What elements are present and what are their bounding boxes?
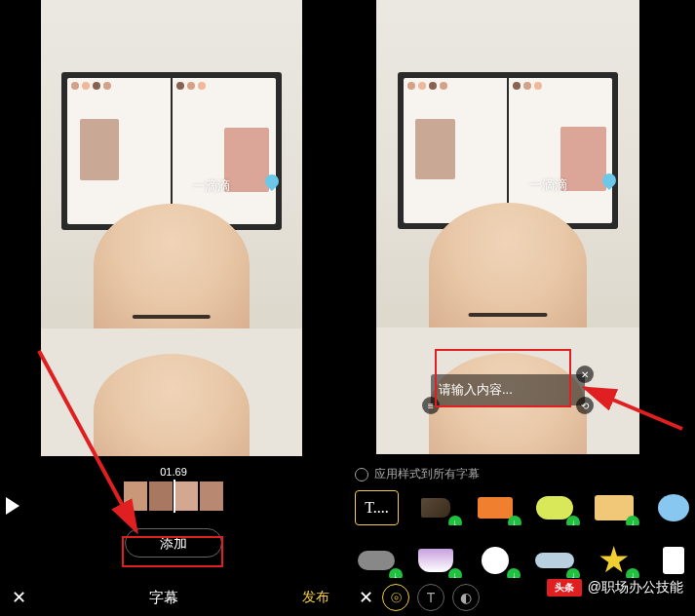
download-badge-icon [626,568,639,578]
video-watermark: 一滴滴 [192,177,230,195]
style-brush[interactable] [414,490,458,525]
video-preview-left: 一滴滴 [41,0,302,456]
style-cloud[interactable] [651,490,695,525]
playhead[interactable] [174,480,175,513]
style-text-default[interactable]: T.... [355,490,399,525]
video-preview-right: 一滴滴 请输入内容... ✕ ≡ ⟲ [376,0,639,454]
style-row-2 [355,543,695,578]
style-tube[interactable] [532,543,576,578]
apply-all-checkbox[interactable]: 应用样式到所有字幕 [355,466,695,482]
panel-title: 字幕 [31,589,296,607]
style-green-bubble[interactable] [533,490,577,525]
add-subtitle-button[interactable]: 添加 [125,528,222,558]
style-cat[interactable] [592,490,636,525]
publish-button[interactable]: 发布 [296,589,335,606]
timecode: 01.69 [0,466,347,478]
font-tab-icon[interactable]: T [417,584,444,611]
style-more[interactable] [651,543,695,578]
timeline[interactable] [0,481,347,511]
download-badge-icon [566,568,580,578]
subtitle-placeholder: 请输入内容... [439,381,513,399]
style-orange-bubble[interactable] [474,490,518,525]
download-badge-icon [508,516,521,525]
bottom-bar-left: ✕ 字幕 发布 [0,579,347,616]
emoji-tab-icon[interactable]: ⦾ [382,584,409,611]
close-icon[interactable]: ✕ [359,587,378,608]
checkbox-circle-icon [355,468,368,481]
resize-handle-icon[interactable]: ⟲ [576,397,594,414]
align-handle-icon[interactable]: ≡ [422,397,440,414]
style-burst[interactable] [592,543,636,578]
right-screenshot: 一滴滴 请输入内容... ✕ ≡ ⟲ 应用样式到所有字幕 T.... [347,0,695,616]
style-white-circle[interactable] [474,543,518,578]
download-badge-icon [566,516,580,525]
source-handle: @职场办公技能 [588,579,683,597]
close-icon[interactable]: ✕ [12,587,31,608]
video-watermark: 一滴滴 [529,176,567,194]
delete-handle-icon[interactable]: ✕ [576,366,594,383]
style-purple-cloud[interactable] [414,543,458,578]
style-gray-pill[interactable] [355,543,399,578]
download-badge-icon [626,516,639,525]
download-badge-icon [448,568,462,578]
download-badge-icon [507,568,521,578]
source-watermark: 头条 @职场办公技能 [547,579,683,597]
download-badge-icon [448,516,462,525]
subtitle-text-input[interactable]: 请输入内容... ✕ ≡ ⟲ [431,374,585,405]
toutiao-logo-icon: 头条 [547,579,582,597]
style-row-1: T.... [355,490,695,525]
left-screenshot: 一滴滴 01.69 添加 ✕ 字幕 发布 [0,0,347,616]
apply-all-label: 应用样式到所有字幕 [374,466,480,482]
play-button[interactable] [6,497,19,515]
download-badge-icon [389,568,403,578]
palette-tab-icon[interactable]: ◐ [452,584,480,611]
